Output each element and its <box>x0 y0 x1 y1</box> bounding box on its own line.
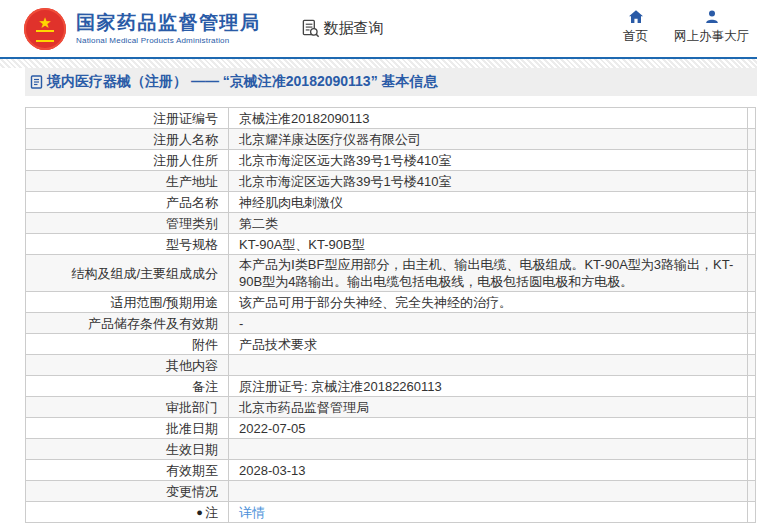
row-label-text: 批准日期 <box>166 420 218 437</box>
data-query-button[interactable]: 数据查询 <box>301 19 384 38</box>
row-right-spacer <box>747 171 755 191</box>
row-label: 附件 <box>26 334 229 354</box>
row-right-spacer <box>747 192 755 212</box>
table-row: 备注原注册证号: 京械注准20182260113 <box>26 375 755 396</box>
row-value: - <box>229 314 747 333</box>
row-label-text: 型号规格 <box>166 236 218 253</box>
table-row: 附件产品技术要求 <box>26 333 755 354</box>
nav-service-hall[interactable]: 网上办事大厅 <box>674 9 749 45</box>
row-value: 2022-07-05 <box>229 419 747 438</box>
row-label-text: 注册人名称 <box>153 131 218 148</box>
row-right-spacer <box>747 255 755 291</box>
row-value <box>229 364 747 366</box>
row-label-text: 结构及组成/主要组成成分 <box>71 265 218 282</box>
row-value-text: 神经肌肉电刺激仪 <box>239 195 343 210</box>
row-label-text: 附件 <box>192 336 218 353</box>
row-label: 产品储存条件及有效期 <box>26 313 229 333</box>
row-value: 京械注准20182090113 <box>229 109 747 128</box>
row-label: 管理类别 <box>26 213 229 233</box>
row-value: 该产品可用于部分失神经、完全失神经的治疗。 <box>229 293 747 312</box>
row-value: KT-90A型、KT-90B型 <box>229 235 747 254</box>
row-value-text: 2028-03-13 <box>239 463 306 478</box>
nav-service-hall-label: 网上办事大厅 <box>674 28 749 45</box>
row-label-text: 管理类别 <box>166 215 218 232</box>
row-value-text: KT-90A型、KT-90B型 <box>239 237 365 252</box>
row-value-text: - <box>239 316 243 331</box>
row-value: 本产品为Ⅰ类BF型应用部分，由主机、输出电缆、电极组成。KT-90A型为3路输出… <box>229 255 747 291</box>
row-right-spacer <box>747 502 755 522</box>
breadcrumb-text: 境内医疗器械（注册） —— “京械注准20182090113” 基本信息 <box>47 73 438 91</box>
row-label-text: 注 <box>205 504 218 521</box>
data-query-label: 数据查询 <box>324 19 384 38</box>
table-row: 型号规格KT-90A型、KT-90B型 <box>26 233 755 254</box>
row-label-text: 生效日期 <box>166 441 218 458</box>
nav-home[interactable]: 首页 <box>623 9 648 45</box>
row-label-text: 变更情况 <box>166 483 218 500</box>
table-row: 产品名称神经肌肉电刺激仪 <box>26 191 755 212</box>
row-label: 有效期至 <box>26 460 229 480</box>
row-label-text: 注册人住所 <box>153 152 218 169</box>
row-label: 注册证编号 <box>26 108 229 128</box>
table-row: 产品储存条件及有效期- <box>26 312 755 333</box>
row-value-text: 本产品为Ⅰ类BF型应用部分，由主机、输出电缆、电极组成。KT-90A型为3路输出… <box>239 257 733 289</box>
row-value-text: 产品技术要求 <box>239 337 317 352</box>
detail-link[interactable]: 详情 <box>239 505 265 520</box>
row-label-text: 产品储存条件及有效期 <box>88 315 218 332</box>
row-right-spacer <box>747 213 755 233</box>
row-value-text: 原注册证号: 京械注准20182260113 <box>239 379 442 394</box>
row-right-spacer <box>747 108 755 128</box>
row-label-text: 有效期至 <box>166 462 218 479</box>
row-right-spacer <box>747 234 755 254</box>
row-right-spacer <box>747 334 755 354</box>
row-right-spacer <box>747 150 755 170</box>
table-row: 生效日期 <box>26 438 755 459</box>
breadcrumb: 境内医疗器械（注册） —— “京械注准20182090113” 基本信息 <box>25 68 757 96</box>
note-icon: ● <box>196 507 203 518</box>
emblem-gate-icon <box>36 30 54 42</box>
row-label-text: 备注 <box>192 378 218 395</box>
top-nav: 首页 网上办事大厅 <box>623 9 749 45</box>
person-icon <box>704 9 720 25</box>
agency-title: 国家药品监督管理局 <box>76 12 261 34</box>
row-right-spacer <box>747 129 755 149</box>
row-value-text: 2022-07-05 <box>239 421 306 436</box>
table-row: 其他内容 <box>26 354 755 375</box>
site-header: ★ 国家药品监督管理局 National Medical Products Ad… <box>0 0 757 59</box>
row-label: ●注 <box>26 502 229 522</box>
table-row: 注册人名称北京耀洋康达医疗仪器有限公司 <box>26 128 755 149</box>
table-row: 变更情况 <box>26 480 755 501</box>
row-right-spacer <box>747 460 755 480</box>
row-label-text: 生产地址 <box>166 173 218 190</box>
table-row: ●注详情 <box>26 501 755 522</box>
row-label: 备注 <box>26 376 229 396</box>
national-emblem-logo: ★ <box>24 8 66 50</box>
table-row: 有效期至2028-03-13 <box>26 459 755 480</box>
row-value-text: 该产品可用于部分失神经、完全失神经的治疗。 <box>239 295 512 310</box>
row-right-spacer <box>747 418 755 438</box>
row-right-spacer <box>747 355 755 375</box>
row-label-text: 其他内容 <box>166 357 218 374</box>
row-value <box>229 490 747 492</box>
row-label: 注册人住所 <box>26 150 229 170</box>
table-row: 注册人住所北京市海淀区远大路39号1号楼410室 <box>26 149 755 170</box>
page-icon <box>30 75 43 89</box>
table-row: 适用范围/预期用途该产品可用于部分失神经、完全失神经的治疗。 <box>26 291 755 312</box>
table-row: 注册证编号京械注准20182090113 <box>26 108 755 128</box>
row-label: 其他内容 <box>26 355 229 375</box>
row-value <box>229 448 747 450</box>
agency-subtitle: National Medical Products Administration <box>76 36 261 45</box>
row-label: 审批部门 <box>26 397 229 417</box>
row-right-spacer <box>747 313 755 333</box>
row-label: 批准日期 <box>26 418 229 438</box>
row-value: 第二类 <box>229 214 747 233</box>
row-right-spacer <box>747 439 755 459</box>
row-value: 产品技术要求 <box>229 335 747 354</box>
row-value: 北京耀洋康达医疗仪器有限公司 <box>229 130 747 149</box>
row-value-text: 京械注准20182090113 <box>239 111 370 126</box>
document-search-icon <box>301 19 320 38</box>
registration-info-table: 注册证编号京械注准20182090113注册人名称北京耀洋康达医疗仪器有限公司注… <box>25 107 756 523</box>
row-value-text: 北京市海淀区远大路39号1号楼410室 <box>239 174 451 189</box>
row-label: 生效日期 <box>26 439 229 459</box>
row-label-text: 适用范围/预期用途 <box>110 294 218 311</box>
home-icon <box>628 9 644 25</box>
